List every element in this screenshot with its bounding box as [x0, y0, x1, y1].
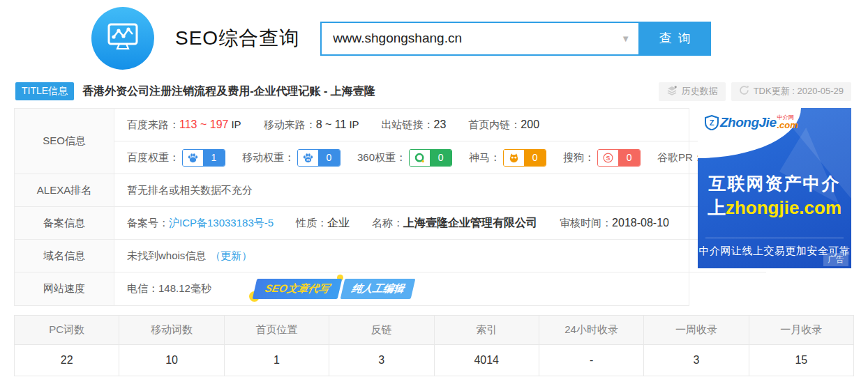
weight-sogou: 搜狗： S 0 [563, 149, 641, 167]
baidu-traffic: 百度来路：113 ~ 197IP [127, 118, 241, 132]
weights-row: 百度权重： 1 移动权重： [114, 141, 766, 174]
speed-value: 电信：148.12毫秒 [127, 282, 211, 295]
row-label-seo: SEO信息 [15, 109, 114, 174]
row-label-beian: 备案信息 [15, 207, 114, 240]
beian-row: 备案号：沪ICP备13033183号-5 性质：企业 名称：上海壹隆企业管理有限… [114, 207, 766, 240]
weight-shenma: 神马： 0 [469, 149, 546, 167]
shenma-weight-badge[interactable]: 0 [503, 149, 546, 167]
layers-icon [666, 85, 678, 98]
stats-value-index[interactable]: 4014 [434, 345, 539, 376]
stats-header-mobile-words: 移动词数 [119, 316, 224, 345]
title-bar: TITLE信息 香港外资公司注册注销流程及费用-企业代理记账 - 上海壹隆 历史… [15, 80, 851, 102]
stats-value-mobile-words[interactable]: 10 [119, 345, 224, 376]
alexa-row: 暂无排名或相关数据不充分 [114, 174, 766, 207]
360-logo-icon [410, 150, 430, 166]
query-button[interactable]: 查 询 [640, 22, 711, 56]
traffic-row: 百度来路：113 ~ 197IP 移动来路：8 ~ 11IP 出站链接：23 首… [114, 109, 766, 141]
app-title: SEO综合查询 [175, 25, 299, 52]
weight-360: 360权重： 0 [357, 149, 452, 167]
stats-value-collect-24h: - [539, 345, 643, 376]
ad-banner[interactable]: Z ZhongJie 中介网 .com 互联网资产中介 上zhongjie.co… [698, 108, 851, 268]
weight-baidu: 百度权重： 1 [127, 149, 225, 167]
domain-row: 未找到whois信息 （更新） [114, 240, 766, 272]
svg-text:m: m [306, 157, 310, 162]
page-title: 香港外资公司注册注销流程及费用-企业代理记账 - 上海壹隆 [82, 84, 375, 99]
stats-header-row: PC词数 移动词数 首页位置 反链 索引 24小时收录 一周收录 一月收录 [15, 316, 854, 345]
stats-header-collect-month: 一月收录 [749, 316, 853, 345]
ad-headline: 互联网资产中介 [698, 172, 851, 195]
beian-nature: 性质：企业 [296, 216, 350, 231]
promo-banner[interactable]: SEO文章代写 纯人工编辑 [255, 279, 413, 299]
row-label-domain: 域名信息 [15, 240, 114, 272]
history-data-button[interactable]: 历史数据 [659, 82, 726, 101]
mobile-traffic: 移动来路：8 ~ 11IP [264, 118, 359, 132]
stats-value-backlinks[interactable]: 3 [329, 345, 434, 376]
promo-left-label: SEO文章代写 [253, 279, 342, 299]
title-info-badge: TITLE信息 [15, 82, 74, 100]
header: SEO综合查询 ▼ 查 询 [0, 0, 868, 77]
search-input[interactable] [320, 22, 640, 56]
baidu-paw-icon [183, 150, 203, 166]
stats-header-pc-words: PC词数 [15, 316, 119, 345]
svg-text:Z: Z [710, 118, 714, 127]
shenma-owl-icon [504, 150, 524, 166]
homepage-inner-links: 首页内链：200 [468, 118, 539, 132]
row-label-alexa: ALEXA排名 [15, 174, 114, 207]
weight-360-badge[interactable]: 0 [409, 149, 452, 167]
beian-number-link[interactable]: 沪ICP备13033183号-5 [169, 217, 274, 229]
weight-mobile: 移动权重： m 0 [242, 149, 341, 167]
beian-company: 名称：上海壹隆企业管理有限公司 [372, 216, 537, 231]
whois-value: 未找到whois信息 [127, 249, 206, 263]
stats-header-collect-week: 一周收录 [644, 316, 749, 345]
baidu-mobile-paw-icon: m [298, 150, 318, 166]
beian-number: 备案号：沪ICP备13033183号-5 [127, 217, 274, 230]
seo-info-table: SEO信息 ALEXA排名 备案信息 域名信息 网站速度 百度来路：113 ~ … [14, 108, 689, 306]
baidu-weight-badge[interactable]: 1 [182, 149, 225, 167]
sogou-s-icon: S [598, 150, 618, 166]
app-logo [91, 7, 154, 70]
beian-audit-time: 审核时间：2018-08-10 [560, 217, 669, 230]
row-label-speed: 网站速度 [15, 272, 114, 305]
stats-value-row: 22 10 1 3 4014 - 3 15 [15, 345, 854, 376]
promo-right-label: 纯人工编辑 [340, 279, 415, 299]
search-bar: ▼ 查 询 [320, 22, 711, 56]
whois-update-link[interactable]: （更新） [210, 249, 252, 263]
zhongjie-logo: Z ZhongJie 中介网 .com [705, 115, 798, 130]
tdk-update-button[interactable]: TDK更新 : 2020-05-29 [731, 82, 851, 101]
speed-row: 电信：148.12毫秒 SEO文章代写 纯人工编辑 [114, 272, 766, 305]
refresh-icon [739, 85, 749, 98]
stats-value-collect-week[interactable]: 3 [644, 345, 749, 376]
mobile-weight-badge[interactable]: m 0 [297, 149, 341, 167]
main-area: SEO信息 ALEXA排名 备案信息 域名信息 网站速度 百度来路：113 ~ … [14, 108, 868, 306]
chevron-down-icon[interactable]: ▼ [621, 33, 630, 44]
stats-table: PC词数 移动词数 首页位置 反链 索引 24小时收录 一周收录 一月收录 22… [14, 315, 854, 376]
svg-text:S: S [606, 154, 611, 161]
stats-value-pc-words[interactable]: 22 [15, 345, 119, 376]
stats-header-collect-24h: 24小时收录 [539, 316, 643, 345]
monitor-chart-icon [104, 18, 142, 59]
ad-domain-line: 上zhongjie.com [698, 196, 851, 220]
sogou-weight-badge[interactable]: S 0 [597, 149, 641, 167]
stats-value-home-position[interactable]: 1 [224, 345, 329, 376]
stats-header-index: 索引 [434, 316, 539, 345]
outbound-links: 出站链接：23 [382, 118, 447, 132]
ad-tag: 广告 [823, 253, 848, 266]
shield-icon: Z [705, 115, 719, 130]
stats-value-collect-month[interactable]: 15 [749, 345, 853, 376]
ad-divider [705, 238, 844, 238]
stats-header-backlinks: 反链 [329, 316, 434, 345]
stats-header-home-position: 首页位置 [224, 316, 329, 345]
alexa-value: 暂无排名或相关数据不充分 [127, 184, 253, 197]
